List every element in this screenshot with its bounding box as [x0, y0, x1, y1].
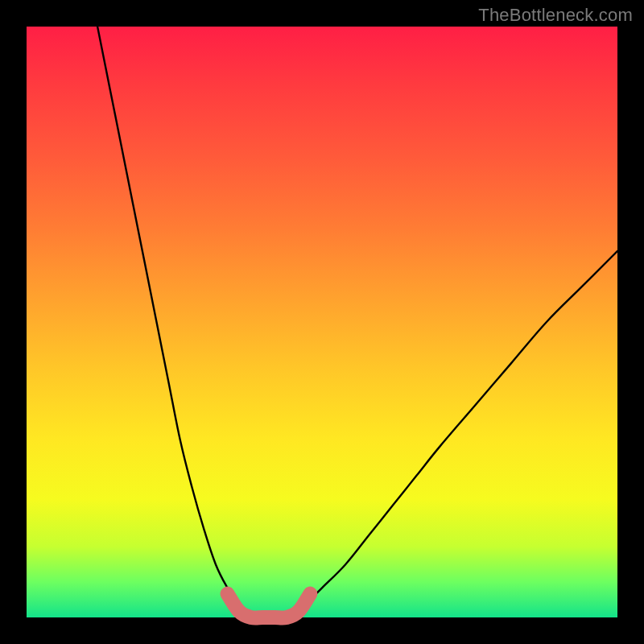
- chart-frame: TheBottleneck.com: [0, 0, 644, 644]
- plot-area: [27, 27, 617, 617]
- left-curve: [97, 27, 251, 612]
- curves-layer: [27, 27, 617, 617]
- right-curve: [299, 251, 617, 612]
- watermark-text: TheBottleneck.com: [478, 5, 633, 26]
- flat-bottom-highlight: [228, 594, 311, 618]
